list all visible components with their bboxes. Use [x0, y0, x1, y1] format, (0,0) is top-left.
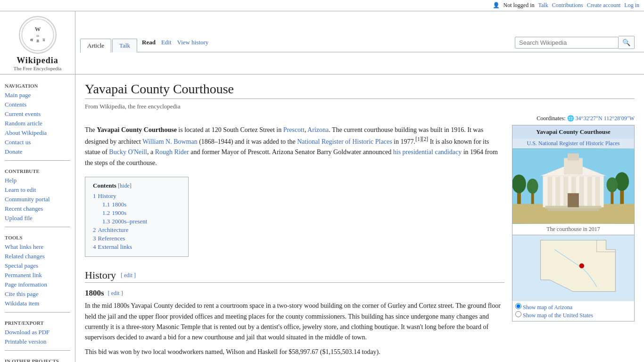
intro-paragraph: The Yavapai County Courthouse is located…: [85, 125, 504, 168]
svg-rect-22: [587, 177, 592, 207]
read-tab[interactable]: Read: [142, 39, 156, 46]
sidebar-item-printable-version[interactable]: Printable version: [0, 337, 75, 346]
show-us-map[interactable]: Show map of the United States: [515, 311, 631, 319]
divider-3: [5, 312, 70, 313]
infobox-title: Yavapai County Courthouse: [512, 125, 634, 139]
svg-text:百: 百: [42, 38, 45, 41]
tools-title: Tools: [0, 231, 75, 242]
toc-title: Contents [hide]: [93, 182, 181, 189]
svg-rect-25: [564, 158, 583, 174]
tab-article[interactable]: Article: [80, 39, 111, 53]
coordinates-value[interactable]: 34°32′27″N 112°28′09″W: [576, 115, 635, 122]
toc-item-references[interactable]: 3References: [93, 235, 181, 242]
svg-rect-28: [547, 209, 599, 211]
svg-text:基: 基: [36, 39, 40, 42]
nrhp-infobox-link[interactable]: U.S. National Register of Historic Place…: [527, 140, 620, 147]
infobox-subtitle: U.S. National Register of Historic Place…: [512, 139, 634, 148]
navigation-title: Navigation: [0, 79, 75, 90]
not-logged-in: Not logged in: [504, 2, 535, 9]
bucky-link[interactable]: Bucky O'Neill: [109, 148, 147, 156]
toc-item-1800s[interactable]: 1.11800s: [102, 201, 181, 208]
show-az-map[interactable]: Show map of Arizona: [515, 303, 631, 311]
arizona-link[interactable]: Arizona: [307, 126, 329, 133]
sidebar-item-related-changes[interactable]: Related changes: [0, 252, 75, 261]
sidebar-item-cite-this-page[interactable]: Cite this page: [0, 289, 75, 299]
svg-text:维: 维: [30, 38, 33, 41]
divider-4: [5, 350, 70, 351]
talk-link[interactable]: Talk: [538, 2, 548, 9]
view-history-tab[interactable]: View history: [177, 39, 209, 46]
toc-hide[interactable]: [hide]: [118, 182, 132, 189]
tabs-area: Article Talk Read Edit View history 🔍: [75, 33, 644, 52]
table-of-contents: Contents [hide] 1History 1.11800s 1.2190…: [85, 177, 189, 257]
nrhp-link[interactable]: National Register of Historic Places: [297, 138, 392, 145]
sidebar-item-download-pdf[interactable]: Download as PDF: [0, 328, 75, 337]
svg-text:W: W: [34, 26, 41, 33]
header: W Ω 维 基 百 Wikipedia The Free Encyclopedi…: [0, 11, 644, 74]
sidebar-item-contact-us[interactable]: Contact us: [0, 138, 75, 147]
create-account-link[interactable]: Create account: [587, 2, 621, 9]
search-area: 🔍: [515, 36, 639, 49]
svg-rect-26: [568, 154, 579, 161]
sidebar-item-main-page[interactable]: Main page: [0, 90, 75, 100]
infobox-map: [512, 235, 634, 301]
svg-text:Ω: Ω: [36, 34, 39, 38]
sidebar-item-random-article[interactable]: Random article: [0, 119, 75, 128]
sidebar-item-permanent-link[interactable]: Permanent link: [0, 271, 75, 280]
ref-1: [1]: [415, 136, 422, 142]
tab-talk[interactable]: Talk: [112, 39, 137, 52]
history-heading: History [ edit ]: [85, 269, 504, 283]
sidebar-item-page-information[interactable]: Page information: [0, 280, 75, 289]
candidacy-link[interactable]: his presidential candidacy: [393, 148, 462, 156]
sidebar-item-community-portal[interactable]: Community portal: [0, 195, 75, 204]
site-subtitle: The Free Encyclopedia: [13, 66, 61, 71]
history-edit-link[interactable]: [ edit ]: [121, 272, 136, 279]
svg-point-8: [512, 174, 526, 193]
ref-2: [2]: [422, 136, 429, 142]
toc-item-history[interactable]: 1History: [93, 192, 181, 200]
svg-point-10: [527, 179, 538, 194]
sidebar-item-what-links-here[interactable]: What links here: [0, 242, 75, 252]
toc-item-1900s[interactable]: 1.21900s: [102, 209, 181, 217]
log-in-link[interactable]: Log in: [624, 2, 639, 9]
article-subject: Yavapai County Courthouse: [97, 126, 177, 133]
subsection-1800s: 1800s [ edit ]: [85, 288, 504, 298]
contributions-link[interactable]: Contributions: [552, 2, 583, 9]
sidebar-item-about-wikipedia[interactable]: About Wikipedia: [0, 128, 75, 138]
rough-rider-link[interactable]: Rough Rider: [155, 148, 189, 156]
logo-area: W Ω 维 基 百 Wikipedia The Free Encyclopedi…: [0, 11, 75, 74]
contribute-title: Contribute: [0, 165, 75, 176]
edit-tab[interactable]: Edit: [161, 39, 172, 46]
prescott-link[interactable]: Prescott: [283, 126, 305, 133]
bowman-link[interactable]: William N. Bowman: [142, 138, 197, 145]
1800s-edit-link[interactable]: [ edit ]: [108, 290, 123, 297]
coordinates-label: Coordinates:: [537, 115, 565, 122]
search-button[interactable]: 🔍: [619, 36, 635, 49]
toc-item-external-links[interactable]: 4External links: [93, 243, 181, 251]
sidebar-item-upload-file[interactable]: Upload file: [0, 214, 75, 223]
sidebar-item-wikidata-item[interactable]: Wikidata item: [0, 299, 75, 308]
page-title: Yavapai County Courthouse: [85, 82, 635, 99]
toc-item-architecture[interactable]: 2Architecture: [93, 226, 181, 234]
svg-point-14: [606, 177, 618, 192]
infobox-caption: The courthouse in 2017: [512, 224, 634, 235]
toc-item-2000s[interactable]: 1.32000s–present: [102, 218, 181, 225]
infobox: Yavapai County Courthouse U.S. National …: [512, 125, 635, 321]
sidebar-item-recent-changes[interactable]: Recent changes: [0, 204, 75, 214]
para-1800s-2: This bid was won by two local woodworker…: [85, 347, 504, 357]
svg-rect-29: [568, 193, 579, 207]
top-bar: 👤 Not logged in Talk Contributions Creat…: [0, 0, 644, 11]
article-text: The Yavapai County Courthouse is located…: [85, 125, 504, 362]
svg-rect-19: [563, 177, 568, 207]
sidebar-item-help[interactable]: Help: [0, 176, 75, 185]
sidebar-item-donate[interactable]: Donate: [0, 147, 75, 156]
svg-rect-23: [595, 177, 600, 207]
search-input[interactable]: [515, 37, 619, 49]
sidebar-item-learn-to-edit[interactable]: Learn to edit: [0, 185, 75, 195]
sidebar-item-special-pages[interactable]: Special pages: [0, 261, 75, 271]
sidebar-item-current-events[interactable]: Current events: [0, 109, 75, 119]
sidebar-item-contents[interactable]: Contents: [0, 100, 75, 109]
infobox-map-links: Show map of Arizona Show map of the Unit…: [512, 301, 634, 321]
site-title: Wikipedia: [17, 56, 58, 66]
user-icon: 👤: [493, 2, 500, 9]
